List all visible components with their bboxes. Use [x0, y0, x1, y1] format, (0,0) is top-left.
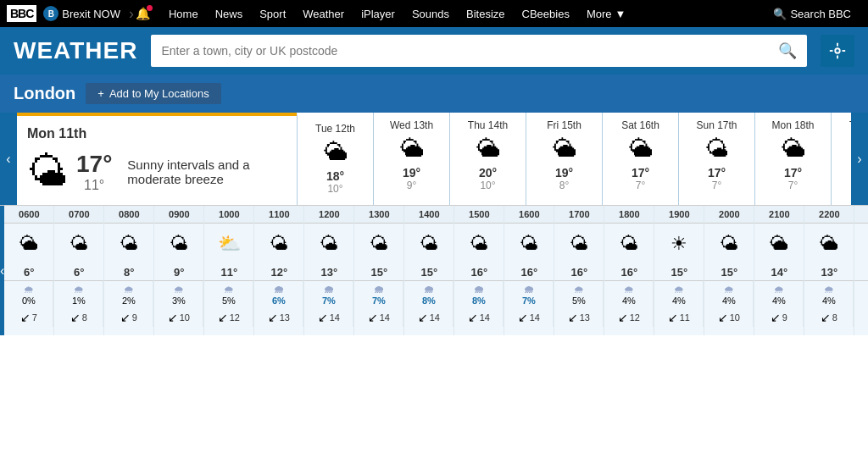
wind-cell: ↙ 14 — [454, 308, 504, 327]
day-high: 17° — [760, 166, 826, 180]
hour-weather-icon: 🌤 — [404, 224, 453, 264]
rain-section: 🌧 2% — [104, 280, 153, 308]
future-day-card[interactable]: Mon 18th 🌥 17° 7° — [754, 113, 831, 205]
search-bbc-button[interactable]: 🔍 Search BBC — [766, 8, 861, 20]
rain-probability: 🌧 3% — [854, 281, 868, 308]
nav-news[interactable]: News — [207, 0, 252, 27]
nav-bitesize[interactable]: Bitesize — [458, 0, 514, 27]
rain-value: 5% — [554, 296, 603, 306]
hour-weather-icon: 🌤 — [554, 224, 604, 264]
hour-time: 1000 — [204, 206, 253, 224]
day-label: Sun 17th — [684, 119, 749, 131]
rain-icon: 🌧 — [754, 284, 803, 296]
hour-weather-icon: 🌤 — [354, 224, 403, 264]
day-icon: 🌥 — [760, 135, 826, 163]
future-day-card[interactable]: Sun 17th 🌤 17° 7° — [678, 113, 754, 205]
hour-temperature: 14° — [754, 264, 804, 280]
day-icon: 🌥 — [455, 135, 520, 163]
wind-speed: 11 — [680, 312, 690, 323]
future-day-card[interactable]: Thu 14th 🌥 20° 10° — [449, 113, 526, 205]
more-button[interactable]: More ▼ — [578, 0, 635, 27]
hour-column: 1100 🌤 12° 🌧 6% ↙ 13 — [254, 206, 304, 335]
future-day-card[interactable]: Wed 13th 🌥 19° 9° — [373, 113, 449, 205]
wind-speed: 14 — [480, 312, 490, 323]
wind-speed: 10 — [730, 312, 740, 323]
wind-speed: 7 — [32, 312, 37, 323]
brexit-badge: B — [43, 6, 58, 21]
nav-iplayer[interactable]: iPlayer — [353, 0, 403, 27]
hour-temperature: 9° — [154, 264, 203, 280]
forecast-next-button[interactable]: › — [851, 113, 868, 205]
wind-speed: 8 — [82, 312, 87, 323]
future-day-card[interactable]: Tue 12th 🌥 18° 10° — [297, 113, 373, 205]
rain-icon: 🌧 — [304, 284, 353, 296]
hour-time: 0700 — [54, 206, 103, 224]
future-day-card[interactable]: Tue 19th 🌤 17° 8° — [831, 113, 851, 205]
rain-icon: 🌧 — [554, 284, 603, 296]
bbc-logo: BBC — [7, 5, 36, 22]
today-content: 🌤 17° 11° Sunny intervals and a moderate… — [27, 148, 287, 195]
wind-speed: 13 — [280, 312, 290, 323]
day-low: 10° — [455, 180, 520, 191]
bell-icon[interactable]: 🔔 — [136, 7, 150, 20]
nav-home[interactable]: Home — [160, 0, 207, 27]
hour-time: 1700 — [554, 206, 604, 224]
location-search-input[interactable] — [161, 44, 778, 58]
rain-probability: 🌧 7% — [354, 281, 403, 308]
use-location-button[interactable] — [821, 35, 854, 67]
day-icon: 🌤 — [837, 135, 851, 163]
day-high: 19° — [379, 166, 444, 180]
wind-speed: 12 — [230, 312, 240, 323]
wind-direction-icon: ↙ — [418, 311, 428, 324]
day-low: 7° — [608, 180, 673, 191]
nav-weather[interactable]: Weather — [294, 0, 353, 27]
hour-column: 1200 🌤 13° 🌧 7% ↙ 14 — [304, 206, 354, 335]
nav-sounds[interactable]: Sounds — [403, 0, 458, 27]
wind-direction-icon: ↙ — [821, 311, 831, 324]
hour-weather-icon: 🌤 — [104, 224, 153, 264]
forecast-prev-button[interactable]: ‹ — [0, 113, 17, 205]
rain-value: 8% — [454, 296, 503, 306]
day-high: 17° — [684, 166, 749, 180]
today-card: Mon 11th 🌤 17° 11° Sunny intervals and a… — [17, 113, 297, 205]
rain-probability: 🌧 8% — [454, 281, 504, 308]
rain-section: 🌧 7% — [304, 280, 353, 308]
hour-weather-icon: 🌤 — [504, 224, 554, 264]
nav-cbeebies[interactable]: CBeebies — [514, 0, 578, 27]
hour-weather-icon: 🌤 — [154, 224, 203, 264]
brexit-text[interactable]: Brexit NOW — [62, 8, 120, 20]
wind-speed: 12 — [630, 312, 640, 323]
day-low: 8° — [531, 180, 597, 191]
wind-direction-icon: ↙ — [771, 311, 781, 324]
nav-divider: › — [129, 5, 134, 23]
hourly-section: ‹ 0600 🌥 6° 🌧 0% ↙ 7 0700 🌤 6° 🌧 1% ↙ 8 — [0, 205, 868, 335]
hour-time: 1600 — [504, 206, 554, 224]
future-day-card[interactable]: Fri 15th 🌥 19° 8° — [526, 113, 602, 205]
today-description: Sunny intervals and a moderate breeze — [127, 157, 254, 186]
wind-cell: ↙ 8 — [804, 308, 854, 327]
location-bar: London + Add to My Locations — [0, 75, 868, 113]
rain-icon: 🌧 — [154, 284, 203, 296]
wind-speed: 13 — [580, 312, 590, 323]
future-day-card[interactable]: Sat 16th 🌥 17° 7° — [602, 113, 678, 205]
hour-weather-icon: 🌥 — [754, 224, 804, 264]
rain-probability: 🌧 1% — [54, 281, 103, 308]
hour-temperature: 6° — [4, 264, 53, 280]
nav-links: Home News Sport Weather iPlayer Sounds B… — [160, 0, 766, 27]
hour-weather-icon: ⛅ — [204, 224, 253, 264]
rain-probability: 🌧 7% — [304, 281, 353, 308]
today-temperatures: 17° 11° — [76, 151, 112, 193]
wind-cell: ↙ 10 — [154, 308, 203, 327]
add-to-locations-button[interactable]: + Add to My Locations — [86, 83, 220, 104]
wind-cell: ↙ 13 — [554, 308, 604, 327]
search-submit-button[interactable]: 🔍 — [778, 41, 797, 60]
nav-sport[interactable]: Sport — [251, 0, 294, 27]
today-high-temp: 17° — [76, 151, 112, 178]
day-icon: 🌤 — [684, 135, 749, 163]
rain-probability: 🌧 4% — [754, 281, 804, 308]
rain-value: 7% — [304, 296, 353, 306]
hour-temperature: 16° — [454, 264, 504, 280]
wind-speed: 14 — [530, 312, 540, 323]
top-navigation: BBC B Brexit NOW › 🔔 Home News Sport Wea… — [0, 0, 868, 27]
rain-probability: 🌧 4% — [604, 281, 654, 308]
